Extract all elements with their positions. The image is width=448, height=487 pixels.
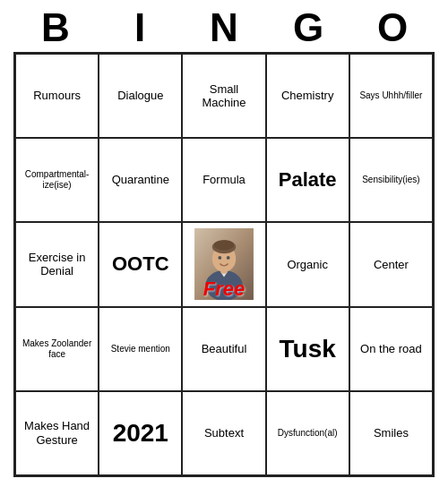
cell-r3-c1: Stevie mention (99, 307, 182, 391)
cell-text-r4-c1: 2021 (113, 419, 168, 448)
cell-r0-c4: Says Uhhh/filler (349, 54, 433, 138)
cell-text-r2-c4: Center (374, 258, 409, 272)
cell-text-r1-c2: Formula (202, 173, 246, 187)
cell-r3-c4: On the road (349, 307, 433, 391)
cell-r3-c2: Beautiful (182, 307, 265, 391)
cell-text-r1-c1: Quarantine (112, 173, 169, 187)
svg-point-8 (227, 257, 230, 261)
letter-g: G (280, 5, 336, 50)
letter-n: N (196, 5, 252, 50)
cell-text-r0-c3: Chemistry (281, 89, 334, 103)
free-label: Free (203, 278, 245, 301)
cell-r4-c3: Dysfunction(al) (266, 391, 349, 475)
cell-text-r4-c2: Subtext (204, 426, 244, 440)
cell-r1-c0: Compartmental-ize(ise) (15, 138, 99, 222)
cell-text-r3-c0: Makes Zoolander face (19, 338, 95, 360)
cell-r1-c3: Palate (266, 138, 349, 222)
cell-text-r2-c3: Organic (287, 258, 328, 272)
cell-r4-c2: Subtext (182, 391, 265, 475)
cell-r0-c0: Rumours (15, 54, 99, 138)
cell-text-r0-c1: Dialogue (117, 89, 163, 103)
cell-text-r4-c0: Makes Hand Gesture (19, 419, 95, 447)
cell-text-r0-c4: Says Uhhh/filler (359, 90, 422, 101)
cell-r1-c4: Sensibility(ies) (349, 138, 433, 222)
cell-text-r3-c2: Beautiful (202, 342, 247, 356)
cell-r0-c2: Small Machine (182, 54, 265, 138)
cell-r3-c0: Makes Zoolander face (15, 307, 99, 391)
bingo-title: B I N G O (13, 0, 435, 52)
cell-r1-c2: Formula (182, 138, 265, 222)
cell-r2-c2: Free (182, 222, 265, 306)
svg-point-6 (214, 241, 235, 251)
cell-r2-c0: Exercise in Denial (15, 222, 99, 306)
cell-text-r3-c4: On the road (360, 342, 422, 356)
cell-text-r0-c0: Rumours (33, 89, 81, 103)
cell-text-r4-c3: Dysfunction(al) (278, 428, 338, 439)
cell-r1-c1: Quarantine (99, 138, 182, 222)
cell-r0-c1: Dialogue (99, 54, 182, 138)
cell-r0-c3: Chemistry (266, 54, 349, 138)
cell-r2-c3: Organic (266, 222, 349, 306)
cell-r3-c3: Tusk (266, 307, 349, 391)
cell-text-r3-c3: Tusk (280, 335, 336, 363)
cell-text-r4-c4: Smiles (374, 426, 409, 440)
letter-b: B (28, 5, 83, 50)
cell-text-r0-c2: Small Machine (185, 82, 262, 110)
cell-text-r1-c4: Sensibility(ies) (362, 175, 419, 185)
cell-text-r1-c3: Palate (279, 169, 337, 191)
cell-text-r2-c1: OOTC (112, 253, 169, 275)
cell-r4-c0: Makes Hand Gesture (15, 391, 99, 475)
cell-text-r3-c1: Stevie mention (111, 344, 170, 355)
cell-text-r1-c0: Compartmental-ize(ise) (19, 169, 95, 191)
cell-r2-c1: OOTC (99, 222, 182, 306)
cell-text-r2-c0: Exercise in Denial (19, 251, 95, 278)
cell-r4-c4: Smiles (349, 391, 433, 475)
svg-point-7 (218, 257, 221, 261)
bingo-grid: RumoursDialogueSmall MachineChemistrySay… (13, 52, 435, 477)
letter-i: I (112, 5, 168, 50)
cell-r2-c4: Center (349, 222, 433, 306)
letter-o: O (365, 5, 420, 50)
cell-r4-c1: 2021 (99, 391, 182, 475)
